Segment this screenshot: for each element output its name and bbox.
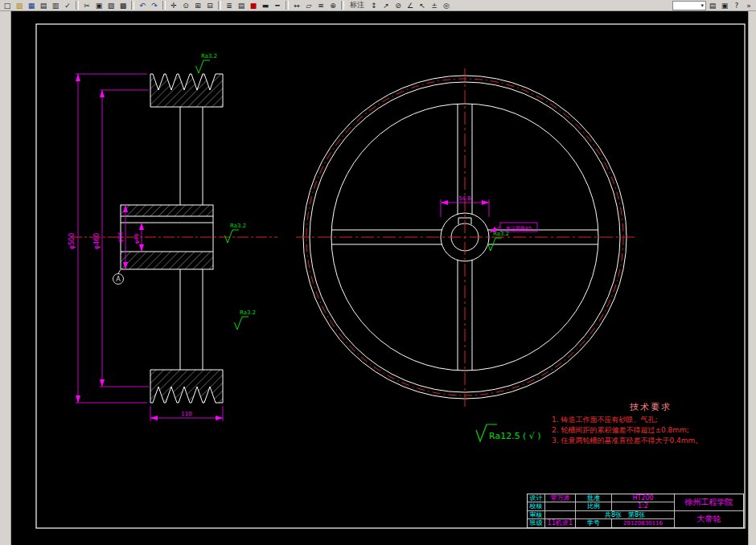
technical-requirements: 技术要求 1. 铸造工作面不应有砂眼、气孔; 2. 轮槽间距的累积偏差不得超过±…	[552, 401, 750, 446]
title-block: 设计 室万涛 批准 HT200 校核 比例 1:2 审核 共8张 第8张 班级 …	[527, 494, 744, 528]
dim-width: 110	[181, 411, 191, 417]
color-swatch-icon[interactable]: ■	[248, 1, 259, 10]
empty-cell	[545, 511, 576, 519]
toolbar-combobox[interactable]: ▾	[672, 1, 706, 10]
new-file-icon[interactable]: □	[2, 1, 13, 10]
list-icon[interactable]: ≡	[315, 1, 327, 10]
tech-req-item: 3. 任意两轮槽的基准直径差不得大于0.4mm。	[552, 436, 750, 446]
print-icon[interactable]: ▤	[38, 1, 49, 10]
dim-groove-dia: φ460	[93, 233, 101, 250]
hub-hatch-top	[121, 205, 213, 216]
title-block-grid: 设计 室万涛 批准 HT200 校核 比例 1:2 审核 共8张 第8张 班级 …	[528, 494, 675, 527]
student-label: 学号	[576, 519, 612, 527]
dim-linear-icon[interactable]: ↕	[368, 1, 380, 10]
cut-icon[interactable]: ✂	[81, 1, 92, 10]
save-icon[interactable]: ▦	[26, 1, 37, 10]
dim-hub-dia: φ96	[117, 232, 124, 243]
spell-check-icon[interactable]: ✓	[62, 1, 73, 10]
sheet-no: 第8张	[628, 511, 645, 519]
drawing-area-bg	[10, 11, 749, 545]
class-label: 班级	[528, 519, 545, 527]
empty-cell	[545, 502, 576, 510]
center-mark-icon[interactable]: ◎	[441, 1, 452, 10]
zoom-window-icon[interactable]: ⊞	[192, 1, 203, 10]
zoom-previous-icon[interactable]: ⊟	[204, 1, 216, 10]
designer-name: 室万涛	[545, 494, 576, 502]
toolbar-separator	[162, 1, 166, 10]
technical-requirements-title: 技术要求	[552, 401, 750, 413]
tolerance-icon[interactable]: ±	[429, 1, 440, 10]
school-name: 徐州工程学院	[675, 494, 743, 511]
class-value: 11机设1	[545, 519, 576, 527]
tech-req-item: 2. 轮槽间距的累积偏差不得超过±0.8mm;	[552, 425, 750, 436]
properties-icon[interactable]: ▤	[707, 1, 718, 10]
open-file-icon[interactable]: ▨	[14, 1, 25, 10]
dim-aligned-icon[interactable]: ↗	[380, 1, 392, 10]
ra-general-paren: ( √ )	[523, 431, 541, 441]
dim-bore-dia: φ48	[134, 234, 140, 244]
toolbar-separator	[286, 1, 289, 10]
sheet-info: 共8张 第8张	[576, 511, 675, 519]
design-label: 设计	[528, 494, 545, 502]
toolbar-separator	[76, 1, 79, 10]
layer-states-icon[interactable]: ▤	[236, 1, 247, 10]
linetype-icon[interactable]: ▬	[260, 1, 271, 10]
paste-icon[interactable]: ▧	[105, 1, 117, 10]
title-block-right: 徐州工程学院 大带轮	[675, 494, 743, 527]
dim-outer-dia: φ500	[68, 233, 76, 250]
copy-icon[interactable]: ▣	[93, 1, 105, 10]
area-icon[interactable]: ▱	[303, 1, 314, 10]
sheet-total: 共8张	[605, 511, 622, 519]
ra-general: Ra12.5	[489, 431, 520, 441]
part-name: 大带轮	[675, 511, 743, 527]
ra-web: Ra3.2	[240, 309, 256, 316]
distance-icon[interactable]: ↔	[291, 1, 302, 10]
tech-req-item: 1. 铸造工作面不应有砂眼、气孔;	[552, 415, 750, 425]
check-label: 校核	[528, 502, 545, 510]
undo-icon[interactable]: ↶	[137, 1, 148, 10]
match-properties-icon[interactable]: ▩	[117, 1, 129, 10]
audit-label: 审核	[528, 511, 545, 519]
dim-diameter-icon[interactable]: ⊘	[392, 1, 404, 10]
toolbar: □ ▨ ▦ ▤ ▥ ✓ ✂ ▣ ▧ ▩ ↶ ↷ ✛ ⊙ ⊞ ⊟ ≣ ▤ ■ ▬ …	[0, 0, 756, 11]
datum-label: A	[116, 276, 121, 283]
lineweight-icon[interactable]: ━	[272, 1, 283, 10]
help-icon[interactable]: ?	[731, 1, 742, 10]
toolbar-separator	[218, 1, 221, 10]
layers-icon[interactable]: ≣	[224, 1, 235, 10]
student-id: 20120830116	[612, 519, 675, 527]
toolbar-overflow-icon[interactable]: »	[743, 1, 754, 10]
scale-label: 比例	[576, 502, 612, 510]
zoom-realtime-icon[interactable]: ⊙	[180, 1, 191, 10]
dimension-toolbar-caption: 标注	[347, 0, 368, 10]
pan-icon[interactable]: ✛	[168, 1, 179, 10]
toolbar-separator	[341, 1, 344, 10]
toolbar-separator	[131, 1, 134, 10]
dim-hub-len: 54.6	[458, 195, 471, 202]
dim-angular-icon[interactable]: ∠	[405, 1, 416, 10]
design-center-icon[interactable]: ▣	[719, 1, 730, 10]
left-panel-strip[interactable]	[0, 11, 11, 545]
drawing-canvas[interactable]: φ500 φ460 φ96 φ48 110 A 54.6 未注圆角	[0, 11, 756, 545]
ra-bore: Ra3.2	[493, 231, 509, 237]
redo-icon[interactable]: ↷	[149, 1, 160, 10]
scale-value: 1:2	[612, 502, 675, 510]
vertical-scrollbar[interactable]	[748, 11, 756, 545]
hub-hatch-bottom	[121, 252, 213, 269]
point-id-icon[interactable]: ⊕	[327, 1, 339, 10]
material-value: HT200	[612, 494, 675, 502]
ra-hub-face: Ra3.2	[230, 223, 246, 229]
leader-icon[interactable]: ↖	[417, 1, 428, 10]
chevron-down-icon: ▾	[701, 2, 704, 9]
approve-label: 批准	[576, 494, 612, 502]
ra-groove: Ra3.2	[201, 53, 217, 59]
plot-preview-icon[interactable]: ▥	[50, 1, 61, 10]
